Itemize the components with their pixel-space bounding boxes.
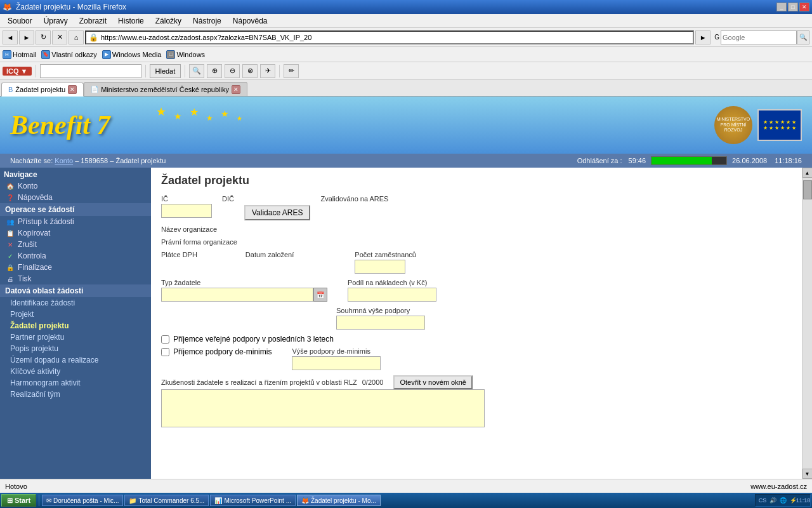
- pravni-row: Právní forma organizace: [161, 238, 792, 246]
- de-minimis-checkbox[interactable]: [161, 348, 169, 356]
- tab-zadatel-close[interactable]: ✕: [68, 85, 77, 94]
- sidebar-kontrola-label: Kontrola: [18, 251, 46, 260]
- icq-icon2[interactable]: ⊕: [207, 64, 222, 78]
- bookmark-media[interactable]: ▶ Windows Media: [102, 50, 162, 59]
- google-icon: G: [714, 34, 719, 41]
- icq-icon5[interactable]: ✈: [260, 64, 275, 78]
- form-title: Žadatel projektu: [161, 174, 792, 187]
- finalizace-icon: 🔒: [5, 263, 15, 272]
- scroll-thumb[interactable]: [803, 180, 812, 199]
- pocet-input[interactable]: [355, 260, 405, 274]
- breadcrumb-page: Žadatel projektu: [115, 157, 166, 164]
- zrusit-icon: ✕: [5, 240, 15, 249]
- sidebar-item-zrusit[interactable]: ✕ Zrušit: [0, 239, 151, 250]
- start-button[interactable]: ⊞ Start: [1, 494, 36, 507]
- icq-label[interactable]: ICQ ▼: [3, 67, 32, 76]
- typ-calendar-button[interactable]: 📅: [313, 288, 327, 302]
- vyse-de-minimis-input[interactable]: [292, 356, 381, 370]
- tab-zadatel[interactable]: B Žadatel projektu ✕: [1, 83, 84, 97]
- minimize-button[interactable]: _: [776, 3, 787, 11]
- vlastni-icon: 🔖: [41, 50, 50, 59]
- go-button[interactable]: ►: [695, 30, 710, 44]
- taskbar-right: CS 🔊 🌐 ⚡ 11:18: [755, 494, 811, 507]
- address-bar[interactable]: 🔒 https://www.eu-zadost.cz/zadost.aspx?z…: [85, 30, 694, 44]
- menu-napoveda[interactable]: Nápověda: [228, 15, 273, 27]
- ic-input[interactable]: [161, 204, 212, 218]
- bookmark-windows[interactable]: □ Windows: [166, 50, 205, 59]
- breadcrumb-sep1: –: [75, 157, 81, 164]
- sidebar-item-kontrola[interactable]: ✓ Kontrola: [0, 250, 151, 262]
- taskbar-doporucena[interactable]: ✉ Doručená pošta - Mic...: [42, 495, 123, 506]
- close-button[interactable]: ✕: [799, 3, 809, 11]
- main-layout: Navigace 🏠 Konto ❓ Nápověda Operace se ž…: [0, 168, 812, 479]
- sidebar-item-kopirovat[interactable]: 📋 Kopírovat: [0, 227, 151, 239]
- scroll-down-button[interactable]: ▼: [802, 469, 813, 479]
- typ-row: Typ žadatele 📅 Podíl na nákladech (v Kč): [161, 279, 792, 302]
- sidebar-zrusit-label: Zrušit: [18, 240, 37, 249]
- tab-zadatel-icon: B: [8, 86, 13, 93]
- podil-input[interactable]: [348, 288, 436, 302]
- menu-zobrazit[interactable]: Zobrazit: [74, 15, 112, 27]
- taskbar-firefox[interactable]: 🦊 Žadatel projektu - Mo...: [297, 495, 381, 506]
- souhrnna-input[interactable]: [336, 316, 425, 330]
- statusbar: Hotovo www.eu-zadost.cz: [0, 479, 812, 493]
- google-input[interactable]: [721, 30, 797, 44]
- icq-bar: ICQ ▼ Hledat 🔍 ⊕ ⊖ ⊗ ✈ ✏: [0, 62, 812, 80]
- bookmark-hotmail[interactable]: H Hotmail: [3, 50, 36, 59]
- home-button[interactable]: ⌂: [69, 30, 84, 44]
- menu-zalozky[interactable]: Záložky: [150, 15, 187, 27]
- taskbar-powerpoint[interactable]: 📊 Microsoft PowerPoint ...: [210, 495, 296, 506]
- napoveda-icon: ❓: [5, 193, 15, 202]
- sidebar-item-finalizace[interactable]: 🔒 Finalizace: [0, 262, 151, 273]
- typ-input[interactable]: [161, 288, 313, 302]
- back-button[interactable]: ◄: [3, 30, 18, 44]
- menu-historie[interactable]: Historie: [113, 15, 149, 27]
- icq-icon1[interactable]: 🔍: [189, 64, 204, 78]
- menu-nastroje[interactable]: Nástroje: [188, 15, 226, 27]
- sidebar-item-projekt[interactable]: Projekt: [0, 309, 151, 320]
- refresh-button[interactable]: ↻: [36, 30, 51, 44]
- tab-ministerstvo[interactable]: 📄 Ministerstvo zemědělství České republi…: [84, 82, 247, 96]
- sidebar-item-zadatel[interactable]: Žadatel projektu: [0, 320, 151, 331]
- sidebar-item-uzemi[interactable]: Území dopadu a realizace: [0, 354, 151, 366]
- sidebar-item-identifikace[interactable]: Identifikace žádosti: [0, 297, 151, 309]
- sidebar-item-popis[interactable]: Popis projektu: [0, 343, 151, 354]
- icq-hledat-button[interactable]: Hledat: [150, 64, 181, 78]
- google-search-button[interactable]: 🔍: [797, 30, 809, 44]
- zkusenosti-textarea[interactable]: [161, 389, 485, 427]
- taskbar-total-commander[interactable]: 📁 Total Commander 6.5...: [124, 495, 209, 506]
- sidebar-item-konto[interactable]: 🏠 Konto: [0, 180, 151, 192]
- address-text: https://www.eu-zadost.cz/zadost.aspx?zal…: [101, 34, 311, 41]
- pocet-group: Počet zaměstnanců: [355, 251, 416, 274]
- sidebar-item-realizacni[interactable]: Realizační tým: [0, 389, 151, 400]
- scrollbar[interactable]: ▲ ▼: [802, 168, 812, 479]
- sidebar-item-pristup[interactable]: 👥 Přístup k žádosti: [0, 216, 151, 227]
- icq-icon3[interactable]: ⊖: [225, 64, 240, 78]
- breadcrumb-konto[interactable]: Konto: [55, 157, 73, 164]
- icq-edit-icon[interactable]: ✏: [284, 64, 299, 78]
- stop-button[interactable]: ✕: [52, 30, 67, 44]
- scroll-up-button[interactable]: ▲: [802, 168, 813, 178]
- sidebar-item-harmonogram[interactable]: Harmonogram aktivit: [0, 377, 151, 389]
- sidebar-item-napoveda[interactable]: ❓ Nápověda: [0, 192, 151, 203]
- menu-upravy[interactable]: Úpravy: [39, 15, 73, 27]
- prijemce-verejne-checkbox[interactable]: [161, 335, 169, 344]
- forward-button[interactable]: ►: [19, 30, 34, 44]
- bookmark-vlastni[interactable]: 🔖 Vlastní odkazy: [41, 50, 97, 59]
- star6: ★: [237, 115, 242, 123]
- icq-icon4[interactable]: ⊗: [242, 64, 258, 78]
- icq-search-input[interactable]: [40, 64, 141, 78]
- tab-ministerstvo-close[interactable]: ✕: [232, 85, 240, 94]
- sidebar-item-partner[interactable]: Partner projektu: [0, 331, 151, 343]
- maximize-button[interactable]: □: [788, 3, 798, 11]
- icq-separator2: [145, 65, 146, 77]
- menu-soubor[interactable]: Soubor: [3, 15, 37, 27]
- kopirovat-icon: 📋: [5, 229, 15, 237]
- sidebar-item-klicove[interactable]: Klíčové aktivity: [0, 366, 151, 377]
- otevrit-button[interactable]: Otevřít v novém okně: [393, 375, 473, 389]
- de-minimis-label: Příjemce podpory de-minimis: [173, 347, 272, 356]
- media-icon: ▶: [102, 50, 111, 59]
- validace-button[interactable]: Validace ARES: [244, 205, 311, 220]
- sidebar-item-tisk[interactable]: 🖨 Tisk: [0, 273, 151, 284]
- session-clock: 11:18:16: [775, 157, 802, 164]
